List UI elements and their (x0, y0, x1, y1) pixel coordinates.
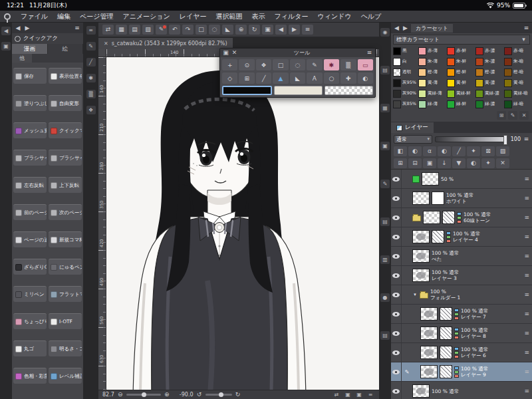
color-swatch[interactable]: 橙-鮮 (447, 67, 475, 77)
layer-thumbnail[interactable] (420, 307, 438, 321)
zoom-icon[interactable]: ⊙ (239, 59, 254, 70)
fit-screen-icon[interactable]: ▣ (262, 25, 273, 35)
color-swatch[interactable]: 緑-鮮 (447, 99, 475, 109)
tab-layers[interactable]: レイヤー (391, 122, 434, 133)
blend-icon[interactable]: ◐ (408, 146, 422, 156)
color-swatch[interactable]: 黄-鮮 (447, 78, 475, 88)
menu-item[interactable]: ウィンドウ (313, 11, 356, 22)
tab-other[interactable]: 他 (12, 54, 32, 63)
color-swatch[interactable]: 緑-薄 (418, 99, 446, 109)
airbrush-icon[interactable]: ▒ (340, 59, 356, 70)
color-swatch[interactable]: 黄-濃 (475, 78, 503, 88)
brush-icon[interactable]: ✱ (86, 74, 96, 82)
layer-thumbnail[interactable] (420, 365, 438, 378)
drag-handle-icon[interactable]: ≡ (524, 349, 531, 356)
mask-icon[interactable]: ◐ (467, 158, 480, 168)
next-page-icon[interactable]: ▶ (402, 23, 408, 33)
color-swatch[interactable]: 灰95% (393, 78, 418, 88)
quick-access-button[interactable]: 次のページへ (49, 204, 82, 220)
color-swatch[interactable]: 黄緑-濃 (475, 88, 503, 98)
pen-icon[interactable]: ✎ (86, 42, 96, 51)
menu-icon[interactable]: ≡ (86, 26, 96, 35)
alpha-icon[interactable]: α (423, 146, 436, 156)
color-set-selector[interactable]: 標準カラーセット ▾ (393, 35, 530, 45)
color-swatch[interactable]: 朱-暗 (504, 57, 532, 66)
color-swatch[interactable]: 黄緑-薄 (418, 88, 446, 98)
layer-row[interactable]: 100 % 通常ホワイト≡ (391, 189, 532, 208)
blend-icon[interactable]: ◐ (358, 72, 373, 84)
layer-thumbnail[interactable] (412, 249, 430, 263)
eraser-icon[interactable]: ▭ (358, 59, 373, 70)
brush-icon[interactable]: ✱ (324, 59, 339, 70)
quick-access-button[interactable]: 表示位置をリセ (49, 68, 82, 84)
select-icon[interactable]: □ (273, 59, 288, 70)
new-folder-icon[interactable]: ⊟ (408, 158, 422, 168)
menu-icon[interactable]: ≡ (74, 23, 80, 33)
zoom-in-icon[interactable]: ⊕ (164, 390, 170, 399)
menu-item[interactable]: レイヤー (175, 11, 211, 22)
visibility-toggle[interactable] (391, 324, 402, 342)
quick-access-button[interactable]: ブラシサイズを (13, 150, 47, 166)
expand-icon[interactable]: ▾ (412, 292, 418, 297)
menu-item[interactable]: 編集 (53, 11, 75, 22)
drag-handle-icon[interactable]: ≡ (524, 311, 531, 317)
menu-item[interactable]: ページ管理 (75, 11, 118, 22)
illustration[interactable] (106, 57, 379, 390)
material-icon[interactable]: ▤ (380, 331, 390, 340)
close-icon[interactable]: ✕ (231, 48, 237, 58)
quick-access-button[interactable]: ちょっぴりえっ! (13, 313, 47, 329)
overflow-icon[interactable]: ≡ (302, 25, 313, 35)
collapse-left-icon[interactable]: ◀ (1, 27, 11, 35)
quick-access-button[interactable]: 前のページへ (13, 204, 47, 220)
zoom-out-icon[interactable]: ⊖ (117, 390, 124, 399)
pen-icon[interactable]: ✎ (307, 59, 322, 70)
sub-color-swatch[interactable] (274, 86, 323, 95)
menu-item[interactable]: アニメーション (118, 11, 174, 22)
collapse-right-icon[interactable]: ▶ (24, 23, 31, 33)
visibility-toggle[interactable] (391, 285, 402, 304)
panel-icon[interactable]: ▣ (1, 42, 11, 51)
ruler-icon[interactable]: ╱ (452, 146, 466, 156)
layer-row[interactable]: 100 % 通常レイヤー 7≡ (391, 305, 532, 324)
menu-item[interactable]: 表示 (247, 11, 270, 22)
flip-view-icon[interactable]: ⇄ (102, 25, 114, 35)
layer-row[interactable]: 100 % 通常レイヤー 3≡ (391, 266, 532, 285)
quick-access-button[interactable]: フラットマーカ (49, 286, 82, 302)
quick-access-button[interactable]: 塗りつぶし (13, 95, 47, 111)
drag-handle-icon[interactable]: ≡ (524, 176, 531, 182)
delete-icon[interactable]: ✕ (496, 158, 509, 168)
airbrush-icon[interactable]: ▒ (86, 90, 96, 98)
color-swatch[interactable]: 赤-暗 (504, 46, 532, 56)
visibility-toggle[interactable] (391, 227, 402, 246)
menu-icon[interactable]: ≡ (523, 134, 529, 144)
flip-view-icon[interactable]: ⇄ (332, 390, 341, 399)
quick-access-button[interactable]: 丸ゴ (13, 340, 47, 356)
lasso-icon[interactable]: ◌ (290, 59, 305, 70)
layer-row[interactable]: 50 %≡ (391, 170, 532, 189)
rotation-slider[interactable] (205, 394, 232, 396)
transparent-color-swatch[interactable] (325, 86, 373, 95)
visibility-toggle[interactable] (391, 343, 402, 362)
color-swatch[interactable]: 灰85% (393, 99, 418, 109)
close-icon[interactable]: ✕ (104, 41, 108, 47)
subtool-icon[interactable]: ✎ (380, 180, 390, 188)
rotate-ccw-icon[interactable]: ↺ (196, 390, 203, 399)
quick-access-button[interactable]: 色相・彩度・明 (13, 368, 47, 384)
chevron-down-icon[interactable]: ▾ (521, 35, 527, 45)
blend-mode-select[interactable]: 通常 ▾ (394, 135, 432, 144)
color-swatch[interactable]: 白 (393, 57, 418, 66)
visibility-toggle[interactable] (391, 208, 402, 227)
color-set-icon[interactable]: ▦ (380, 104, 390, 112)
fill-icon[interactable]: ◣ (290, 72, 305, 84)
visibility-toggle[interactable] (391, 189, 402, 207)
layers-icon[interactable]: ▤ (380, 217, 390, 226)
layer-thumbnail[interactable] (423, 211, 440, 224)
layer-row[interactable]: ✎100 % 通常レイヤー 9≡ (391, 362, 532, 382)
layer-row[interactable]: 100 % 通常≡ (391, 382, 532, 399)
visibility-toggle[interactable] (391, 382, 402, 399)
rect-select-icon[interactable]: □ (196, 25, 207, 35)
hand-icon[interactable]: + (222, 59, 237, 70)
quick-access-tab[interactable]: 漫画 (12, 44, 48, 54)
layer-thumbnail[interactable] (412, 384, 430, 398)
quick-access-tab[interactable]: 絵 (48, 44, 84, 54)
